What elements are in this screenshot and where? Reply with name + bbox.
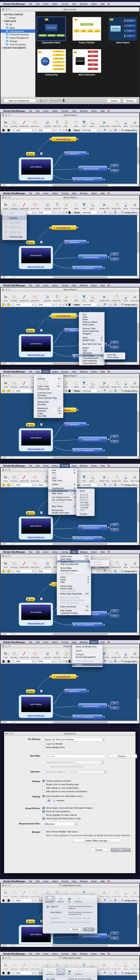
menubar-item-edit[interactable]: Edit xyxy=(34,464,41,468)
toolbar-button-insert[interactable]: +▼Insert xyxy=(3,475,9,482)
toolbar-button-share[interactable]: Share xyxy=(123,381,129,388)
central-topic-link[interactable]: Www.softpedia.com xyxy=(19,448,53,450)
toolbar-button-select[interactable]: ▼Select xyxy=(89,475,95,482)
menu-item-insert[interactable]: Insert▶ xyxy=(79,336,104,339)
vertical-scrollbar[interactable] xyxy=(137,664,139,721)
scrollbar-thumb[interactable] xyxy=(137,915,139,929)
zoom-button[interactable] xyxy=(8,885,10,886)
on-startup-select[interactable]: Display the Welcome Window▲▼ xyxy=(42,738,105,741)
collapse-handle[interactable] xyxy=(108,705,109,707)
toolbar-button-share[interactable]: Share xyxy=(123,651,129,659)
checkbox[interactable] xyxy=(42,783,45,786)
menubar-item-insert[interactable]: Insert xyxy=(41,550,50,554)
toolbar-button-boundary[interactable]: ▼Boundary xyxy=(11,381,17,388)
toolbar-button-insert[interactable]: +▼Insert xyxy=(3,202,9,210)
zoom-button[interactable] xyxy=(8,8,10,10)
menubar-item-share[interactable]: Share xyxy=(90,952,99,956)
menu-item-attachment[interactable]: Attachment...⇧⌘T xyxy=(34,407,63,409)
zoom-button[interactable] xyxy=(8,114,10,116)
topic-games-softpedia[interactable]: !games.softpedia.com xyxy=(78,933,107,939)
font-size-select[interactable]: 10▲▼ xyxy=(57,303,64,306)
zoom-level[interactable]: 100%▼ xyxy=(1,633,14,635)
menubar-item-view[interactable]: View xyxy=(70,283,78,287)
font-style-select[interactable]: Bold▲▼ xyxy=(38,128,54,132)
menubar-item-select[interactable]: Select xyxy=(50,370,60,373)
menu-item-align-topics[interactable]: Align Topics▶ xyxy=(48,492,77,495)
topic-this-is-a-softpedia-test[interactable]: This is a Softpedia test xyxy=(72,714,103,719)
menubar-item-format[interactable]: Format xyxy=(60,109,70,113)
toolbar-button-select[interactable]: ▼Select xyxy=(89,120,95,127)
menu-item-set-as-default-format[interactable]: Set as Default Format xyxy=(48,498,77,501)
notes-icon[interactable] xyxy=(40,423,42,426)
sidebar-group-templates[interactable]: ▼TEMPLATES xyxy=(1,19,35,23)
menu-item-topic-lines[interactable]: Topic Lines... xyxy=(48,479,77,482)
menubar-item-insert[interactable]: Insert xyxy=(41,283,50,287)
menubar-item-format[interactable]: Format xyxy=(60,640,70,644)
central-topic-link[interactable]: Www.softpedia.com xyxy=(19,266,53,268)
menu-item-paste-as-callout[interactable]: Paste as Callout xyxy=(79,321,104,323)
collapse-handle[interactable] xyxy=(103,267,105,269)
menu-item-show-hide[interactable]: Show & Hide... xyxy=(57,587,91,590)
menu-item-detect-topic-hyperlinks[interactable]: ✓Detect Topic Hyperlinks⇧⌘D xyxy=(57,592,91,595)
menu-item-share-via-mindjet-files[interactable]: Share via Mindjet Files... xyxy=(72,645,103,648)
export-tab-image-pdf[interactable]: Image/PDF xyxy=(56,896,66,903)
toolbar-button-boundary[interactable]: ▼Boundary xyxy=(11,294,17,302)
scrollbar-thumb[interactable] xyxy=(137,323,139,341)
checkbox[interactable] xyxy=(42,746,45,749)
menubar-item-file[interactable]: File xyxy=(27,191,34,195)
toolbar-button-insert[interactable]: +▼Insert xyxy=(3,651,9,659)
web-button[interactable] xyxy=(113,211,118,214)
minimize-button[interactable] xyxy=(5,375,7,377)
menu-item-slideshow-options[interactable]: Slideshow Options... xyxy=(57,569,91,572)
zoom-button[interactable] xyxy=(8,375,10,377)
central-topic[interactable]: SOFTPEDIAWww.softpedia.com xyxy=(19,517,53,539)
horizontal-scrollbar[interactable] xyxy=(15,363,135,364)
menubar-item-file[interactable]: File xyxy=(27,370,34,373)
menu-item-outline-view[interactable]: Outline View⌥⌘O xyxy=(57,555,91,558)
measurement-units-select[interactable]: Millimeters▲▼ xyxy=(42,822,78,826)
toolbar-button-mindjet-files[interactable]: ▼Mindjet Files xyxy=(112,381,121,388)
toolbar-button-mindjet-files[interactable]: ▼Mindjet Files xyxy=(112,202,121,210)
minimize-button[interactable] xyxy=(5,196,7,198)
toolbar-button-mindjet-tasks[interactable]: ▼Mindjet Tasks xyxy=(99,475,110,482)
vertical-scrollbar[interactable] xyxy=(137,133,139,184)
menu-item-boundary[interactable]: Boundary xyxy=(34,403,63,406)
menu-item-insert-attachment[interactable]: Insert Attachment... xyxy=(79,357,104,359)
menubar-item-insert[interactable]: Insert xyxy=(41,952,50,956)
menubar-item-file[interactable]: File xyxy=(27,550,34,554)
collapse-handle[interactable] xyxy=(103,450,105,451)
menubar-item-format[interactable]: Format xyxy=(60,283,70,287)
menubar-item-file[interactable]: File xyxy=(27,109,34,113)
subtopic-test-2[interactable]: test 2 xyxy=(111,440,119,443)
toolbar-button-mindjet-files[interactable]: ▼Mindjet Files xyxy=(112,120,121,127)
tips-topic[interactable]: iTips: xyxy=(26,423,35,427)
toolbar-button-filter[interactable]: ▼Filter xyxy=(81,475,87,482)
collapse-handle[interactable] xyxy=(108,256,109,258)
checkbox[interactable] xyxy=(42,787,45,789)
font-size-select[interactable]: 10▲▼ xyxy=(57,660,64,663)
export-tab-image-pdf[interactable]: Image/PDF xyxy=(56,969,66,975)
checkbox[interactable] xyxy=(42,795,45,797)
toolbar-button-mindjet-tasks[interactable]: ▼Mindjet Tasks xyxy=(99,381,110,388)
menu-item-insert-image[interactable]: Insert Image▶ xyxy=(79,354,104,357)
menubar-item-format[interactable]: Format xyxy=(60,191,70,195)
menubar-item-window[interactable]: Window xyxy=(78,370,90,373)
subtopic-test-2[interactable]: test 2 xyxy=(111,346,119,349)
topic-softpedia-test[interactable]: softpedia test xyxy=(64,689,87,694)
toolbar-button-boundary[interactable]: ▼Boundary xyxy=(11,890,17,897)
topic-games-softpedia[interactable]: !games.softpedia.com xyxy=(78,525,107,531)
cancel-button[interactable]: Cancel xyxy=(90,848,108,852)
vertical-scrollbar[interactable] xyxy=(137,215,139,276)
menu-item-topic-numbering[interactable]: Topic Numbering▶ xyxy=(48,489,77,492)
toolbar-button-boundary[interactable]: ▼Boundary xyxy=(11,120,17,127)
topic-softpedia-test[interactable]: softpedia test xyxy=(64,422,87,427)
font-style-select[interactable]: Bold▲▼ xyxy=(38,660,54,663)
vertical-scrollbar[interactable] xyxy=(137,903,139,945)
menu-item-add-notes[interactable]: Add Notes xyxy=(79,352,104,354)
minutes-field[interactable]: 10 xyxy=(46,799,52,802)
sidebar-item-all[interactable]: All xyxy=(1,23,35,26)
collapse-handle[interactable] xyxy=(103,179,105,180)
toolbar-button-share[interactable]: Share xyxy=(123,475,129,482)
menubar-item-select[interactable]: Select xyxy=(50,464,60,468)
scrollbar-thumb[interactable] xyxy=(53,633,108,635)
